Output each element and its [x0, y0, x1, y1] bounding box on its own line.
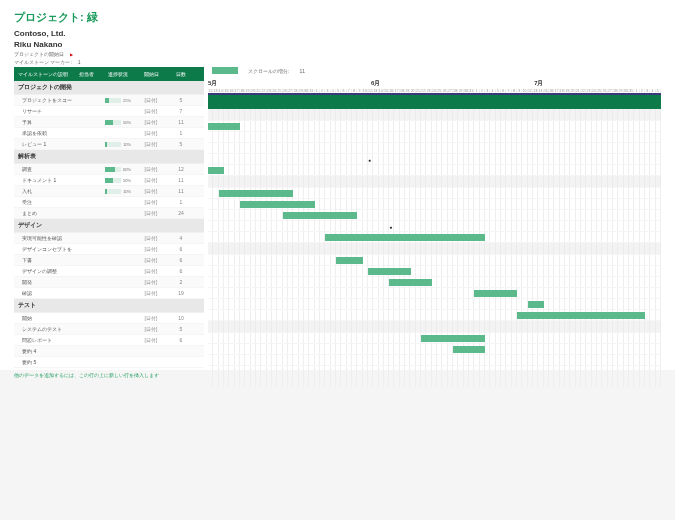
gantt-bar[interactable]	[336, 257, 363, 264]
header-progress[interactable]: 進捗状況	[100, 71, 136, 77]
gantt-bar[interactable]	[517, 312, 645, 319]
task-row[interactable]: 開発 [日付] 2	[14, 277, 204, 288]
task-start: [日付]	[136, 210, 166, 216]
gantt-row	[208, 355, 661, 366]
task-days: 4	[166, 235, 196, 241]
gantt-bar[interactable]	[453, 346, 485, 353]
task-row[interactable]: デザインコンセプトを定義 [日付] 6	[14, 244, 204, 255]
task-start: [日付]	[136, 108, 166, 114]
task-row[interactable]: 承認を依頼 [日付] 1	[14, 128, 204, 139]
task-progress: 25%	[100, 98, 136, 103]
month-label: 5月	[208, 79, 217, 88]
gantt-row	[208, 277, 661, 288]
task-name: デザインの調整	[14, 268, 72, 274]
task-row[interactable]: 予算 50% [日付] 11	[14, 117, 204, 128]
project-start-label: プロジェクトの開始日	[14, 51, 64, 57]
task-start: [日付]	[136, 246, 166, 252]
task-row[interactable]: 問題レポート [日付] 6	[14, 335, 204, 346]
gantt-bar[interactable]	[240, 201, 315, 208]
task-row[interactable]: 開始 [日付] 10	[14, 313, 204, 324]
task-name: ドキュメント 1	[14, 177, 72, 183]
task-start: [日付]	[136, 141, 166, 147]
gantt-bar[interactable]	[325, 234, 485, 241]
header-owner[interactable]: 担当者	[72, 71, 100, 77]
task-progress: 10%	[100, 189, 136, 194]
header-start[interactable]: 開始日	[136, 71, 166, 77]
task-name: 受注	[14, 199, 72, 205]
task-row[interactable]: デザインの調整 [日付] 6	[14, 266, 204, 277]
section-header[interactable]: デザイン	[14, 219, 204, 233]
task-name: 入札	[14, 188, 72, 194]
gantt-row	[208, 165, 661, 176]
gantt-bar[interactable]	[208, 123, 240, 130]
task-name: 確認	[14, 290, 72, 296]
task-name: 予算	[14, 119, 72, 125]
task-start: [日付]	[136, 268, 166, 274]
task-start: [日付]	[136, 326, 166, 332]
task-start: [日付]	[136, 130, 166, 136]
task-name: システムのテスト	[14, 326, 72, 332]
footer-note: 他のデータを追加するには、この行の上に新しい行を挿入します	[14, 372, 204, 378]
task-name: 調査	[14, 166, 72, 172]
gantt-row	[208, 344, 661, 355]
gantt-bar[interactable]	[368, 268, 411, 275]
task-row[interactable]: 確認 [日付] 19	[14, 288, 204, 299]
task-days: 19	[166, 290, 196, 296]
section-header[interactable]: テスト	[14, 299, 204, 313]
gantt-row	[208, 288, 661, 299]
gantt-body[interactable]: ●●	[208, 109, 661, 388]
milestone-marker-row: マイルストーン マーカー: 1	[14, 59, 661, 65]
gantt-bar[interactable]	[208, 167, 224, 174]
task-row[interactable]: 調査 60% [日付] 12	[14, 164, 204, 175]
task-start: [日付]	[136, 188, 166, 194]
gantt-bar[interactable]	[421, 335, 485, 342]
gantt-row	[208, 299, 661, 310]
task-days: 11	[166, 188, 196, 194]
gantt-row	[208, 266, 661, 277]
task-row[interactable]: まとめ [日付] 24	[14, 208, 204, 219]
task-progress: 10%	[100, 142, 136, 147]
task-row[interactable]: 実現可能性を確認 [日付] 4	[14, 233, 204, 244]
gantt-row	[208, 333, 661, 344]
task-days: 24	[166, 210, 196, 216]
gantt-row	[208, 121, 661, 132]
task-row[interactable]: リサーチ [日付] 7	[14, 106, 204, 117]
gantt-bar[interactable]	[219, 190, 294, 197]
company-name: Contoso, Ltd.	[14, 29, 661, 38]
task-days: 1	[166, 130, 196, 136]
gantt-bar[interactable]	[389, 279, 432, 286]
warning-triangle-icon: ▶	[70, 52, 73, 57]
milestone-marker-label: マイルストーン マーカー:	[14, 59, 72, 65]
task-row[interactable]: 要約 5	[14, 357, 204, 368]
task-start: [日付]	[136, 315, 166, 321]
task-name: 承認を依頼	[14, 130, 72, 136]
task-days: 7	[166, 108, 196, 114]
gantt-row	[208, 188, 661, 199]
task-table: マイルストーンの説明 担当者 進捗状況 開始日 日数 プロジェクトの開発プロジェ…	[14, 67, 204, 388]
gantt-bar[interactable]	[528, 301, 544, 308]
task-row[interactable]: 下書 [日付] 6	[14, 255, 204, 266]
task-row[interactable]: レビュー 1 10% [日付] 5	[14, 139, 204, 150]
task-days: 5	[166, 141, 196, 147]
task-row[interactable]: 要約 4	[14, 346, 204, 357]
task-start: [日付]	[136, 199, 166, 205]
header-days[interactable]: 日数	[166, 71, 196, 77]
task-row[interactable]: プロジェクトをスコープ 25% [日付] 5	[14, 95, 204, 106]
task-row[interactable]: システムのテスト [日付] 5	[14, 324, 204, 335]
task-row[interactable]: ドキュメント 1 50% [日付] 11	[14, 175, 204, 186]
milestone-marker-value: 1	[78, 59, 81, 65]
task-start: [日付]	[136, 166, 166, 172]
task-days: 1	[166, 199, 196, 205]
table-header-row: マイルストーンの説明 担当者 進捗状況 開始日 日数	[14, 67, 204, 81]
task-row[interactable]: 入札 10% [日付] 11	[14, 186, 204, 197]
section-header[interactable]: プロジェクトの開発	[14, 81, 204, 95]
task-name: 実現可能性を確認	[14, 235, 72, 241]
gantt-bar[interactable]	[283, 212, 358, 219]
section-header[interactable]: 解析表	[14, 150, 204, 164]
task-row[interactable]: 受注 [日付] 1	[14, 197, 204, 208]
header-milestone[interactable]: マイルストーンの説明	[14, 71, 72, 77]
task-start: [日付]	[136, 235, 166, 241]
milestone-marker: ●	[368, 157, 371, 163]
gantt-bar[interactable]	[474, 290, 517, 297]
scroll-value: 11	[299, 68, 305, 74]
